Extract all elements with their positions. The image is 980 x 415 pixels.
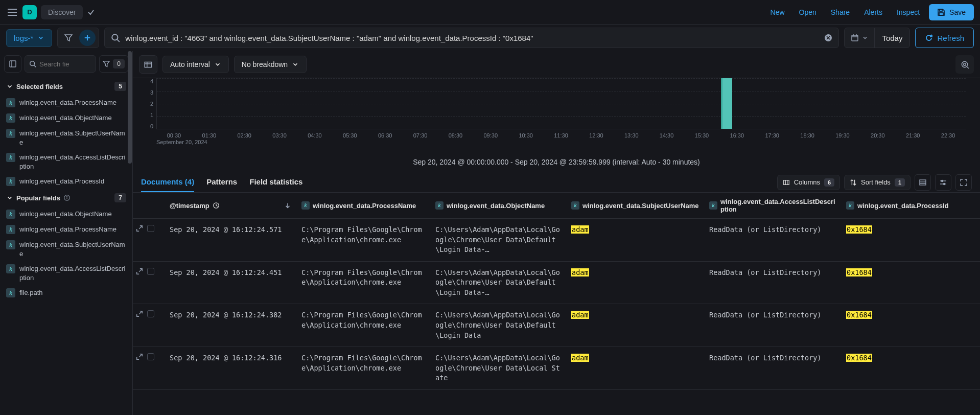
nav-link-open[interactable]: Open — [794, 5, 822, 19]
filter-icon — [64, 34, 73, 42]
popular-field-item[interactable]: kwinlog.event_data.AccessListDescription — [4, 261, 128, 285]
field-type-badge: k — [6, 177, 15, 186]
hamburger-menu-icon[interactable] — [6, 6, 18, 18]
field-filter-button[interactable]: 0 — [99, 55, 128, 73]
svg-line-46 — [139, 268, 142, 271]
app-badge[interactable]: D — [22, 5, 37, 19]
field-search[interactable] — [25, 55, 96, 73]
popular-fields-header[interactable]: Popular fields 7 — [4, 189, 128, 206]
search-query-container[interactable] — [104, 28, 839, 48]
expand-row-button[interactable] — [136, 353, 143, 360]
row-checkbox[interactable] — [147, 225, 154, 232]
popular-fields-title: Popular fields — [16, 194, 60, 202]
histogram-settings-button[interactable] — [139, 55, 157, 74]
col-object-name[interactable]: kwinlog.event_data.ObjectName — [430, 193, 566, 218]
nav-link-new[interactable]: New — [765, 5, 790, 19]
tab-documents[interactable]: Documents (4) — [141, 172, 194, 192]
table-row[interactable]: Sep 20, 2024 @ 16:12:24.451C:\Program Fi… — [133, 262, 980, 305]
col-process-id[interactable]: kwinlog.event_data.ProcessId — [841, 193, 960, 218]
chevron-down-icon — [862, 35, 868, 41]
date-label[interactable]: Today — [875, 34, 909, 42]
highlighted-value: adam — [571, 268, 589, 276]
x-tick: 03:30 — [272, 132, 287, 139]
nav-link-inspect[interactable]: Inspect — [892, 5, 925, 19]
tab-patterns[interactable]: Patterns — [206, 172, 237, 192]
edit-visualization-button[interactable] — [955, 55, 974, 74]
popular-field-item[interactable]: kwinlog.event_data.SubjectUserName — [4, 237, 128, 261]
nav-link-share[interactable]: Share — [826, 5, 855, 19]
table-cell: C:\Users\Adam\AppData\Local\Google\Chrom… — [430, 347, 566, 389]
col-timestamp[interactable]: @timestamp — [165, 193, 296, 218]
nav-link-alerts[interactable]: Alerts — [859, 5, 888, 19]
sort-desc-icon[interactable] — [284, 202, 291, 209]
sort-button[interactable]: Sort fields 1 — [844, 175, 911, 190]
svg-rect-4 — [939, 13, 943, 15]
refresh-button[interactable]: Refresh — [915, 28, 974, 48]
y-tick: 3 — [147, 89, 153, 96]
col-access-list-description[interactable]: kwinlog.event_data.AccessListDescription — [704, 193, 841, 218]
sidebar-toggle-button[interactable] — [4, 55, 21, 73]
popular-field-item[interactable]: kwinlog.event_data.ProcessName — [4, 222, 128, 237]
field-name-label: winlog.event_data.SubjectUserName — [19, 240, 126, 258]
popular-field-item[interactable]: kfile.path — [4, 285, 128, 301]
y-tick: 2 — [147, 101, 153, 107]
x-tick: 14:30 — [660, 132, 674, 139]
col-subject-user-name[interactable]: kwinlog.event_data.SubjectUserName — [566, 193, 704, 218]
highlighted-value: 0x1684 — [846, 268, 872, 276]
clear-search-button[interactable] — [824, 34, 832, 42]
highlighted-value: 0x1684 — [846, 354, 872, 362]
selected-field-item[interactable]: kwinlog.event_data.AccessListDescription — [4, 150, 128, 174]
row-checkbox[interactable] — [147, 353, 154, 360]
table-row[interactable]: Sep 20, 2024 @ 16:12:24.382C:\Program Fi… — [133, 304, 980, 347]
filter-button[interactable] — [61, 30, 76, 45]
date-picker[interactable]: Today — [844, 28, 910, 48]
save-button[interactable]: Save — [929, 4, 974, 20]
x-tick: 12:30 — [589, 132, 603, 139]
popular-field-item[interactable]: kwinlog.event_data.ObjectName — [4, 206, 128, 222]
col-process-name[interactable]: kwinlog.event_data.ProcessName — [296, 193, 430, 218]
selected-field-item[interactable]: kwinlog.event_data.ProcessName — [4, 95, 128, 110]
table-row[interactable]: Sep 20, 2024 @ 16:12:24.316C:\Program Fi… — [133, 347, 980, 390]
settings-button[interactable] — [935, 174, 951, 191]
table-row[interactable]: Sep 20, 2024 @ 16:12:24.571C:\Program Fi… — [133, 219, 980, 262]
index-pattern-selector[interactable]: logs-* — [6, 29, 52, 47]
selected-field-item[interactable]: kwinlog.event_data.ProcessId — [4, 174, 128, 189]
expand-row-button[interactable] — [136, 310, 143, 317]
table-cell: C:\Program Files\Google\Chrome\Applicati… — [296, 219, 430, 261]
table-header: @timestamp kwinlog.event_data.ProcessNam… — [133, 193, 980, 219]
sidebar-scrollbar[interactable] — [128, 51, 132, 164]
tab-field-statistics[interactable]: Field statistics — [249, 172, 302, 192]
svg-marker-21 — [103, 61, 109, 67]
refresh-icon — [925, 34, 933, 42]
table-cell: ReadData (or ListDirectory) — [704, 262, 841, 304]
histogram-bar[interactable] — [721, 78, 732, 129]
search-query-input[interactable] — [125, 34, 819, 42]
display-options-button[interactable] — [915, 174, 931, 191]
field-type-badge: k — [6, 153, 15, 162]
selected-field-item[interactable]: kwinlog.event_data.SubjectUserName — [4, 126, 128, 150]
row-checkbox[interactable] — [147, 268, 154, 275]
selected-field-item[interactable]: kwinlog.event_data.ObjectName — [4, 110, 128, 126]
histogram-chart[interactable]: 43210 00:3001:3002:3003:3004:3005:3006:3… — [133, 78, 980, 155]
breadcrumb-discover[interactable]: Discover — [41, 5, 83, 19]
expand-row-button[interactable] — [136, 225, 143, 232]
expand-row-button[interactable] — [136, 268, 143, 275]
row-checkbox[interactable] — [147, 310, 154, 317]
highlighted-value: adam — [571, 354, 589, 362]
columns-button[interactable]: Columns 6 — [777, 175, 840, 190]
query-bar: logs-* Today Refresh — [0, 25, 980, 51]
selected-fields-header[interactable]: Selected fields 5 — [4, 78, 128, 95]
x-tick: 11:30 — [554, 132, 568, 139]
svg-rect-25 — [145, 62, 152, 67]
field-search-input[interactable] — [39, 60, 70, 68]
search-icon — [111, 33, 120, 42]
info-icon[interactable] — [63, 194, 71, 201]
fullscreen-button[interactable] — [955, 174, 972, 191]
svg-rect-3 — [940, 9, 942, 11]
calendar-button[interactable] — [845, 28, 875, 48]
x-tick: 21:30 — [906, 132, 920, 139]
breakdown-selector[interactable]: No breakdown — [234, 56, 307, 73]
interval-selector[interactable]: Auto interval — [162, 56, 229, 73]
add-filter-button[interactable] — [79, 30, 96, 46]
svg-line-45 — [139, 226, 142, 229]
